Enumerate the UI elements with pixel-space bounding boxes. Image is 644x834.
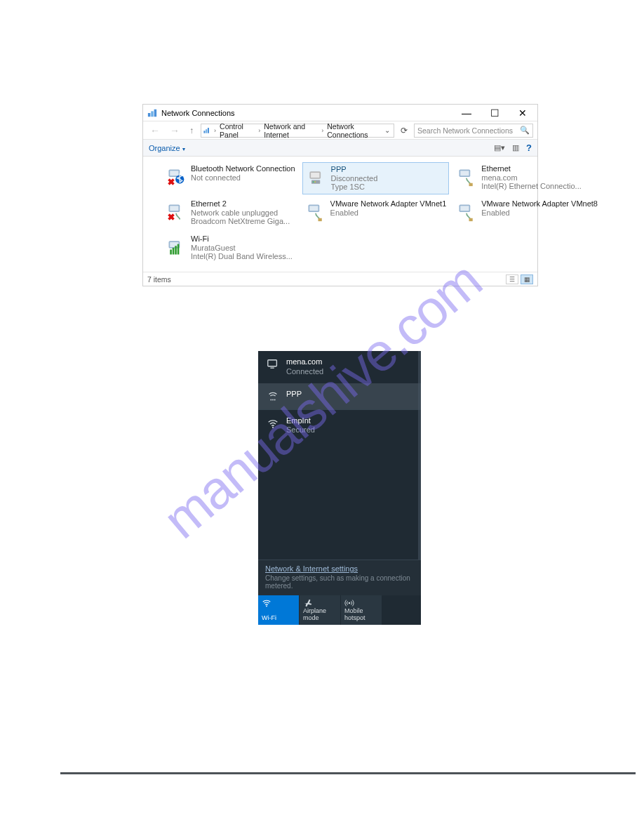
refresh-button[interactable]: ⟳: [398, 126, 410, 135]
network-status: Secured: [286, 425, 315, 435]
chevron-right-icon: ›: [213, 127, 217, 134]
connection-device: Type 1SC: [331, 183, 378, 192]
connection-device: Intel(R) Ethernet Connectio...: [481, 182, 581, 191]
network-item[interactable]: EmpIntSecured: [258, 410, 421, 442]
toolbar-row: Organize▾ ▤▾ ▥ ?: [143, 140, 537, 157]
svg-rect-7: [170, 171, 178, 176]
tile-label: Wi-Fi: [262, 615, 295, 622]
connection-name: Bluetooth Network Connection: [191, 164, 295, 173]
network-status: Connected: [286, 367, 323, 377]
connection-name: Ethernet: [481, 164, 581, 173]
connection-item[interactable]: VMware Network Adapter VMnet1Enabled: [302, 197, 450, 230]
quick-tile-airplane-mode[interactable]: Airplane mode: [300, 595, 341, 625]
connections-grid: Bluetooth Network ConnectionNot connecte…: [143, 157, 537, 267]
breadcrumb[interactable]: Network and Internet: [264, 122, 318, 139]
network-name: EmpInt: [286, 416, 315, 426]
monitor-icon: [267, 358, 279, 371]
quick-tile-mobile-hotspot[interactable]: Mobile hotspot: [341, 595, 382, 625]
cell-icon: [267, 390, 279, 403]
connection-item[interactable]: Ethernetmena.comIntel(R) Ethernet Connec…: [453, 162, 601, 194]
svg-point-13: [314, 181, 316, 183]
network-list: mena.comConnectedPPPEmpIntSecured: [258, 351, 421, 560]
svg-rect-29: [175, 246, 177, 254]
view-options-button[interactable]: ▤▾: [494, 143, 505, 152]
svg-rect-0: [148, 113, 151, 117]
details-view-button[interactable]: ☰: [506, 274, 518, 284]
close-button[interactable]: ✕: [511, 106, 535, 120]
quick-tile-wi-fi[interactable]: Wi-Fi: [258, 595, 300, 625]
svg-point-36: [272, 426, 274, 428]
search-placeholder: Search Network Connections: [417, 126, 513, 135]
adapter-icon: [166, 199, 187, 225]
window-icon: [147, 108, 157, 118]
svg-rect-3: [203, 131, 205, 133]
network-settings-link[interactable]: Network & Internet settings: [265, 564, 414, 573]
network-name: mena.com: [286, 357, 323, 367]
plane-icon: [303, 598, 313, 610]
connection-item[interactable]: Ethernet 2Network cable unpluggedBroadco…: [163, 197, 298, 230]
connection-status: Disconnected: [331, 174, 378, 183]
svg-rect-30: [177, 244, 180, 255]
connection-item[interactable]: VMware Network Adapter VMnet8Enabled: [453, 197, 601, 230]
chevron-right-icon: ›: [257, 127, 262, 134]
svg-rect-24: [469, 218, 473, 221]
svg-rect-23: [461, 206, 469, 211]
connection-status: MurataGuest: [191, 244, 293, 253]
breadcrumb[interactable]: Control Panel: [220, 122, 255, 139]
connection-name: VMware Network Adapter VMnet1: [330, 199, 447, 208]
connection-device: Intel(R) Dual Band Wireless...: [191, 252, 293, 261]
hotspot-icon: [344, 598, 354, 610]
breadcrumb[interactable]: Network Connections: [327, 122, 382, 139]
scrollbar[interactable]: [418, 351, 421, 560]
preview-pane-button[interactable]: ▥: [512, 143, 519, 152]
search-input[interactable]: Search Network Connections 🔍: [414, 124, 533, 138]
adapter-icon: [456, 199, 477, 225]
maximize-button[interactable]: ☐: [483, 106, 507, 120]
network-name: PPP: [286, 390, 302, 399]
adapter-icon: [456, 164, 477, 190]
svg-rect-15: [461, 171, 469, 176]
connection-item[interactable]: Bluetooth Network ConnectionNot connecte…: [163, 162, 298, 194]
network-item[interactable]: mena.comConnected: [258, 351, 421, 383]
connection-status: Network cable unplugged: [191, 208, 290, 218]
tile-label: Mobile hotspot: [344, 608, 378, 622]
large-icons-view-button[interactable]: ▦: [521, 274, 533, 284]
network-flyout: mena.comConnectedPPPEmpIntSecured Networ…: [258, 351, 421, 625]
svg-rect-26: [170, 242, 178, 247]
connection-status: Not connected: [191, 173, 295, 183]
connection-item[interactable]: Wi-FiMurataGuestIntel(R) Dual Band Wirel…: [163, 232, 298, 265]
wifi-icon: [262, 598, 271, 610]
connection-name: Ethernet 2: [191, 199, 290, 208]
forward-button[interactable]: →: [167, 125, 182, 136]
chevron-down-icon: ▾: [182, 146, 185, 152]
svg-rect-28: [173, 248, 175, 255]
chevron-right-icon: ›: [320, 127, 325, 134]
svg-rect-2: [154, 109, 157, 117]
connection-status: mena.com: [481, 173, 581, 183]
address-dropdown-icon[interactable]: ⌄: [384, 126, 392, 134]
svg-rect-16: [469, 183, 473, 186]
adapter-icon: [166, 164, 187, 190]
adapter-icon: [305, 199, 326, 225]
organize-button[interactable]: Organize▾: [149, 144, 185, 152]
window-title: Network Connections: [161, 109, 455, 117]
address-bar[interactable]: › Control Panel › Network and Internet ›…: [201, 124, 394, 138]
network-item[interactable]: PPP: [258, 383, 421, 410]
svg-rect-1: [151, 111, 154, 117]
network-connections-window: Network Connections — ☐ ✕ ← → ↑ › Contro…: [142, 104, 538, 286]
adapter-icon: [166, 234, 187, 260]
connection-device: Broadcom NetXtreme Giga...: [191, 217, 290, 226]
minimize-button[interactable]: —: [455, 106, 478, 120]
network-settings-desc: Change settings, such as making a connec…: [265, 574, 414, 590]
title-bar[interactable]: Network Connections — ☐ ✕: [143, 105, 537, 121]
status-text: 7 items: [147, 275, 171, 284]
svg-rect-21: [318, 218, 321, 221]
svg-rect-4: [206, 129, 207, 133]
svg-rect-18: [170, 206, 178, 211]
help-button[interactable]: ?: [526, 143, 532, 153]
connection-item[interactable]: PPPDisconnectedType 1SC: [302, 162, 450, 194]
back-button[interactable]: ←: [147, 125, 163, 136]
svg-rect-32: [270, 368, 274, 369]
up-button[interactable]: ↑: [187, 126, 196, 135]
svg-rect-31: [268, 360, 277, 366]
